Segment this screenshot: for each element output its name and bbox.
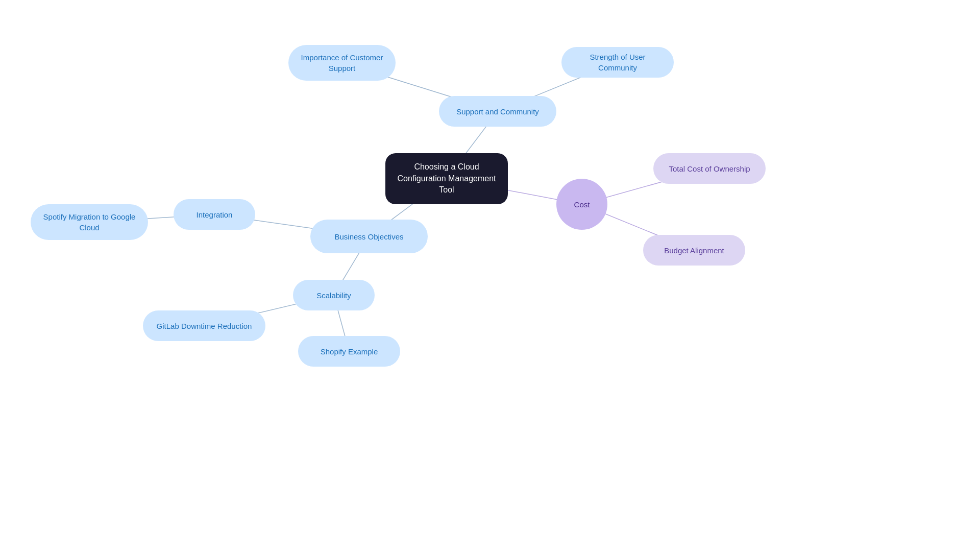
connections-svg [0,0,980,553]
gitlab-downtime-node[interactable]: GitLab Downtime Reduction [143,310,265,341]
mindmap-container: Choosing a CloudConfiguration Management… [0,0,980,553]
spotify-migration-node[interactable]: Spotify Migration to Google Cloud [31,204,148,240]
shopify-example-node[interactable]: Shopify Example [298,336,400,367]
integration-node[interactable]: Integration [174,199,255,230]
cost-circle-node[interactable]: Cost [556,179,607,230]
center-node[interactable]: Choosing a CloudConfiguration Management… [385,153,508,204]
total-cost-ownership-node[interactable]: Total Cost of Ownership [653,153,766,184]
strength-user-community-node[interactable]: Strength of User Community [561,47,674,78]
scalability-node[interactable]: Scalability [293,280,375,310]
business-objectives-node[interactable]: Business Objectives [310,220,428,253]
importance-customer-support-node[interactable]: Importance of Customer Support [288,45,396,81]
budget-alignment-node[interactable]: Budget Alignment [643,235,745,266]
support-community-node[interactable]: Support and Community [439,96,556,127]
